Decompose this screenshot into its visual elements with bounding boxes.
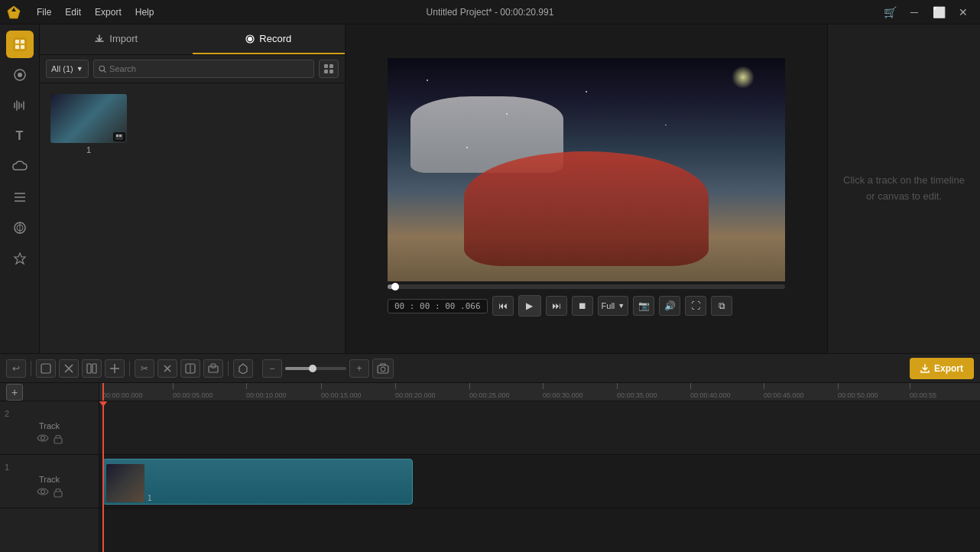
ruler-mark-1: 00:00:05.000 bbox=[173, 383, 213, 401]
snapshot-button[interactable] bbox=[372, 359, 394, 378]
svg-rect-3 bbox=[15, 45, 19, 49]
sidebar-item-filter[interactable] bbox=[6, 214, 34, 242]
sidebar-item-list[interactable] bbox=[6, 183, 34, 211]
sidebar-item-effects[interactable] bbox=[6, 61, 34, 89]
preview-canvas: 00 : 00 : 00 .066 ⏮ ▶ ⏭ ⏹ Full ▼ 📷 🔊 ⛶ ⧉ bbox=[346, 24, 827, 353]
svg-rect-25 bbox=[41, 364, 50, 373]
fullscreen-button[interactable]: ⛶ bbox=[685, 296, 706, 316]
search-input[interactable] bbox=[109, 64, 309, 73]
skip-forward-button[interactable]: ⏭ bbox=[546, 296, 567, 316]
sidebar-item-star[interactable] bbox=[6, 245, 34, 272]
svg-point-15 bbox=[248, 37, 252, 41]
timecode-display: 00 : 00 : 00 .066 bbox=[388, 299, 488, 313]
timeline-ruler[interactable]: 00:00:00.000 00:00:05.000 00:00:10.000 0… bbox=[99, 383, 980, 401]
sidebar-item-audio[interactable] bbox=[6, 92, 34, 119]
ruler-mark-9: 00:00:45.000 bbox=[764, 383, 804, 401]
track-visibility-button-2[interactable] bbox=[37, 433, 49, 446]
track-number-2: 2 bbox=[0, 409, 9, 418]
ruler-mark-7: 00:00:35.000 bbox=[617, 383, 657, 401]
clip-thumbnail bbox=[106, 464, 144, 502]
settings-button[interactable]: ⧉ bbox=[711, 296, 732, 316]
maximize-button[interactable]: ⬜ bbox=[928, 4, 949, 21]
media-filter-select[interactable]: All (1) ▼ bbox=[46, 60, 89, 78]
filter-selected-value: All (1) bbox=[51, 64, 73, 73]
select-tool-button[interactable] bbox=[36, 359, 56, 378]
skip-back-button[interactable]: ⏮ bbox=[492, 296, 514, 316]
track-visibility-button-1[interactable] bbox=[37, 487, 49, 500]
cart-icon[interactable]: 🛒 bbox=[879, 4, 900, 21]
track-content-2[interactable] bbox=[99, 401, 980, 454]
cut-tool-button[interactable] bbox=[59, 359, 79, 378]
menu-bar: File Edit Export Help bbox=[31, 5, 160, 19]
group-button[interactable] bbox=[203, 359, 223, 378]
zoom-in-button[interactable]: + bbox=[349, 359, 369, 378]
toolbar-separator bbox=[31, 361, 31, 376]
sidebar-item-media[interactable] bbox=[6, 31, 34, 58]
svg-rect-24 bbox=[119, 135, 122, 137]
tab-import[interactable]: Import bbox=[40, 24, 193, 54]
main-area: T bbox=[0, 24, 980, 353]
edit-hint-text: Click a track on the timeline or canvas … bbox=[843, 173, 965, 205]
track-number-1: 1 bbox=[0, 463, 9, 472]
svg-rect-19 bbox=[329, 64, 333, 68]
track-lock-button-1[interactable] bbox=[54, 487, 63, 500]
preview-image bbox=[388, 58, 785, 281]
track-header-2: 2 Track bbox=[0, 401, 99, 455]
scissors-button[interactable]: ✂ bbox=[135, 359, 154, 378]
video-preview bbox=[388, 58, 785, 281]
camera-button[interactable]: 📷 bbox=[633, 296, 654, 316]
stop-button[interactable]: ⏹ bbox=[572, 296, 593, 316]
snap-button[interactable] bbox=[105, 359, 125, 378]
media-tabs: Import Record bbox=[40, 24, 345, 55]
svg-rect-20 bbox=[324, 70, 328, 73]
trim-tool-button[interactable] bbox=[82, 359, 102, 378]
split-button[interactable] bbox=[180, 359, 200, 378]
track-lock-button-2[interactable] bbox=[54, 433, 63, 446]
menu-help[interactable]: Help bbox=[129, 5, 161, 19]
media-content: 1 bbox=[40, 83, 345, 353]
clip-thumb-inner bbox=[106, 464, 144, 502]
add-track-button[interactable]: + bbox=[6, 384, 23, 401]
svg-rect-18 bbox=[324, 64, 328, 68]
tab-record[interactable]: Record bbox=[193, 24, 346, 54]
left-sidebar: T bbox=[0, 24, 40, 353]
playback-bar[interactable] bbox=[388, 284, 785, 289]
grid-view-button[interactable] bbox=[319, 60, 339, 78]
thumb-overlay bbox=[113, 132, 125, 141]
progress-handle[interactable] bbox=[391, 283, 399, 291]
volume-button[interactable]: 🔊 bbox=[659, 296, 680, 316]
close-button[interactable]: ✕ bbox=[952, 4, 974, 21]
zoom-slider[interactable] bbox=[285, 367, 346, 370]
track-icons-2 bbox=[37, 433, 63, 446]
media-thumbnail bbox=[50, 94, 127, 143]
delete-button[interactable] bbox=[157, 359, 177, 378]
sidebar-item-text[interactable]: T bbox=[6, 122, 34, 150]
table-row: 1 bbox=[99, 455, 980, 508]
menu-edit[interactable]: Edit bbox=[59, 5, 87, 19]
preview-area: 00 : 00 : 00 .066 ⏮ ▶ ⏭ ⏹ Full ▼ 📷 🔊 ⛶ ⧉ bbox=[346, 24, 980, 353]
marker-button[interactable] bbox=[233, 359, 253, 378]
zoom-out-button[interactable]: − bbox=[262, 359, 282, 378]
menu-file[interactable]: File bbox=[31, 5, 57, 19]
menu-export[interactable]: Export bbox=[89, 5, 128, 19]
zoom-thumb[interactable] bbox=[309, 365, 316, 372]
sidebar-item-cloud[interactable] bbox=[6, 153, 34, 180]
minimize-button[interactable]: ─ bbox=[904, 4, 925, 21]
play-button[interactable]: ▶ bbox=[518, 295, 541, 317]
list-item[interactable]: 1 bbox=[50, 94, 127, 154]
track-content-1[interactable]: 1 bbox=[99, 455, 980, 508]
undo-button[interactable]: ↩ bbox=[6, 359, 26, 378]
svg-rect-21 bbox=[329, 70, 333, 73]
filter-chevron-icon: ▼ bbox=[76, 65, 83, 73]
ruler-mark-4: 00:00:20.000 bbox=[395, 383, 436, 401]
timeline-section: ↩ ✂ − bbox=[0, 353, 980, 552]
svg-rect-1 bbox=[15, 40, 19, 44]
zoom-select[interactable]: Full ▼ bbox=[598, 296, 629, 316]
media-search-field[interactable] bbox=[93, 60, 314, 78]
timeline-toolbar: ↩ ✂ − bbox=[0, 354, 980, 383]
track-clip-1[interactable]: 1 bbox=[102, 459, 413, 505]
record-icon bbox=[245, 34, 255, 44]
export-button[interactable]: Export bbox=[910, 358, 974, 379]
media-toolbar: All (1) ▼ bbox=[40, 55, 345, 83]
svg-point-33 bbox=[381, 367, 385, 372]
